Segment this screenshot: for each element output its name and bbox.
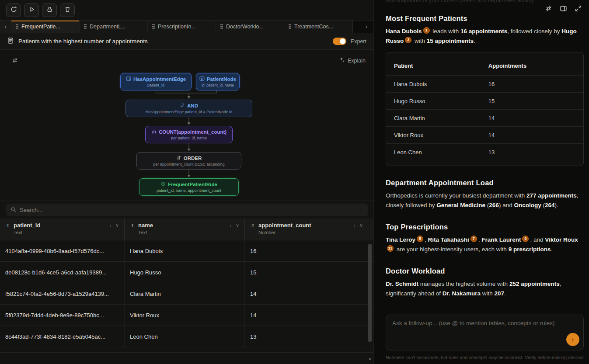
text-segment: . — [474, 38, 475, 44]
tab-doctor-workload[interactable]: DoctorWorklo... — [216, 21, 284, 33]
drag-handle-icon — [152, 24, 155, 29]
table-row: 8c44f3ad-773f-4834-8182-e5a5045ac... Leo… — [0, 326, 373, 347]
text-segment: . — [551, 246, 552, 253]
tab-label: TreatmentCos... — [294, 24, 333, 30]
tabs-scroll-left-button[interactable]: ‹ — [0, 21, 11, 33]
column-type: Text — [5, 230, 119, 235]
tab-department-load[interactable]: DepartmentL... — [80, 21, 148, 33]
expert-toggle[interactable] — [333, 38, 346, 45]
text-segment: Dr. Nakamura — [443, 290, 481, 297]
sort-asc-icon[interactable]: ↑ — [229, 223, 232, 228]
text-segment: leads with — [431, 28, 461, 35]
cell-appointment-count[interactable]: 14 — [245, 305, 373, 326]
insight-cell-patient: Hana Dubois — [394, 81, 488, 87]
cell-name[interactable]: Viktor Roux — [125, 305, 245, 326]
node-title: PatientNode — [207, 76, 236, 82]
column-type: Text — [130, 230, 239, 235]
flow-node-frequent-patient-rule[interactable]: FrequentPatientRule patient_id, name, ap… — [139, 178, 239, 196]
node-title: AND — [187, 103, 198, 108]
drag-handle-icon — [289, 24, 291, 29]
lock-button[interactable] — [42, 3, 57, 17]
tabs-scroll-right-button[interactable]: › — [352, 21, 373, 33]
lock-icon — [46, 6, 53, 14]
cell-appointment-count[interactable]: 15 — [245, 262, 373, 283]
tab-prescription-intensity[interactable]: PrescriptionIn... — [148, 21, 216, 33]
table-row — [0, 347, 373, 353]
citation-badge[interactable]: 1 — [423, 27, 430, 34]
cell-name[interactable]: Hana Dubois — [125, 240, 245, 261]
citation-badge[interactable]: 3 — [405, 37, 411, 43]
citation-badge[interactable]: 11 — [387, 245, 394, 252]
insight-cell-patient: Hugo Russo — [394, 98, 488, 104]
app-window: ‹ FrequentPatie... DepartmentL... Prescr… — [0, 0, 589, 364]
column-header-appointment-count[interactable]: # appointment_count ↑ ∨ Number — [245, 218, 373, 240]
results-grid-header: T patient_id ↑ ∨ Text T name ↑ ∨ — [0, 218, 373, 240]
send-button[interactable]: ↑ — [566, 333, 579, 346]
text-segment: , followed closely by — [507, 28, 561, 35]
tab-label: PrescriptionIn... — [158, 24, 196, 30]
refresh-button[interactable] — [6, 3, 21, 17]
section-paragraph: Hana Dubois1 leads with 16 appointments,… — [386, 27, 584, 46]
scrollbar-thumb[interactable] — [368, 244, 372, 342]
cell-patient-id[interactable]: de08128c-b1d6-4ce5-a6cd-aafa19389... — [0, 262, 125, 283]
column-menu-icon[interactable]: ∨ — [115, 222, 119, 228]
citation-badge[interactable]: 7 — [471, 236, 477, 242]
cell-appointment-count[interactable]: 14 — [245, 283, 373, 304]
sort-asc-icon[interactable]: ↑ — [109, 223, 112, 228]
followup-input[interactable] — [392, 320, 563, 345]
chevron-left-icon: ‹ — [4, 23, 7, 30]
cell-appointment-count[interactable]: 13 — [245, 326, 373, 347]
text-segment: ). — [554, 202, 558, 208]
insights-panel-actions — [545, 5, 582, 14]
flow-node-patient-node[interactable]: PatientNode id: patient_id, name — [196, 73, 240, 90]
insight-cell-appointments: 16 — [488, 81, 575, 87]
text-segment: Dr. Schmidt — [386, 281, 418, 287]
insights-panel: and snapshots of your current patient an… — [374, 0, 589, 364]
toggle-knob — [340, 38, 345, 44]
flow-node-and-join[interactable]: AND HasAppointmentEdge.patient_id = Pati… — [125, 100, 252, 117]
scroll-down-icon[interactable]: ▼ — [368, 357, 372, 361]
tab-treatment-cost[interactable]: TreatmentCos... — [284, 21, 352, 33]
text-segment: Tina Leroy — [386, 236, 415, 243]
column-menu-icon[interactable]: ∨ — [236, 222, 239, 228]
sort-asc-icon[interactable]: ↑ — [353, 223, 355, 228]
cell-patient-id[interactable]: 8c44f3ad-773f-4834-8182-e5a5045ac... — [0, 326, 125, 347]
section-heading-doctor-workload: Doctor Workload — [386, 267, 584, 275]
citation-badge[interactable]: 5 — [417, 236, 423, 242]
search-input[interactable] — [20, 207, 364, 213]
column-header-patient-id[interactable]: T patient_id ↑ ∨ Text — [0, 218, 125, 240]
cell-name[interactable]: Hugo Russo — [125, 262, 245, 283]
flow-node-count-aggregate[interactable]: COUNT(appointment_count) per patient_id,… — [145, 126, 233, 143]
column-menu-icon[interactable]: ∨ — [359, 222, 363, 228]
flow-node-has-appointment-edge[interactable]: HasAppointmentEdge patient_id — [120, 73, 192, 90]
tab-frequent-patients[interactable]: FrequentPatie... — [11, 21, 80, 33]
tab-label: DoctorWorklo... — [226, 24, 264, 30]
cell-appointment-count[interactable]: 16 — [245, 240, 373, 261]
text-segment: ( — [541, 202, 545, 208]
cell-patient-id[interactable]: 4104affa-0999-48b6-8aad-f57d576dc... — [0, 240, 125, 261]
flow-node-order[interactable]: ORDER per appointment_count DESC ascendi… — [136, 152, 241, 170]
cell-patient-id[interactable]: 5f02379d-7ddd-4deb-9e9e-89c750bc... — [0, 305, 125, 326]
panel-right-icon[interactable] — [560, 5, 567, 14]
text-segment: 277 appointments — [526, 192, 577, 199]
node-title: ORDER — [184, 156, 202, 161]
expand-icon[interactable] — [575, 5, 582, 14]
section-heading-department-load: Department Appointment Load — [386, 179, 584, 187]
swap-horizontal-icon[interactable] — [545, 5, 552, 14]
node-title: HasAppointmentEdge — [133, 76, 186, 82]
grid-scrollbar[interactable]: ▼ — [368, 243, 372, 363]
cell-name[interactable]: Leon Chen — [125, 326, 245, 347]
arrow-up-icon: ↑ — [571, 336, 575, 343]
text-segment: 16 appointments — [460, 28, 507, 35]
tab-label: FrequentPatie... — [21, 24, 60, 30]
cell-patient-id[interactable]: f5821c74-0fa2-4e56-8d73-a1529a4139... — [0, 283, 125, 304]
table-row: 4104affa-0999-48b6-8aad-f57d576dc... Han… — [0, 240, 373, 262]
delete-button[interactable] — [60, 3, 75, 17]
run-button[interactable] — [24, 3, 39, 17]
text-segment: 9 prescriptions — [509, 246, 551, 253]
insight-table-row: Hana Dubois 16 — [386, 75, 583, 92]
column-header-name[interactable]: T name ↑ ∨ Text — [125, 218, 245, 240]
cell-name[interactable]: Clara Martin — [125, 283, 245, 304]
citation-badge[interactable]: 9 — [522, 236, 529, 242]
drag-handle-icon — [220, 24, 223, 29]
